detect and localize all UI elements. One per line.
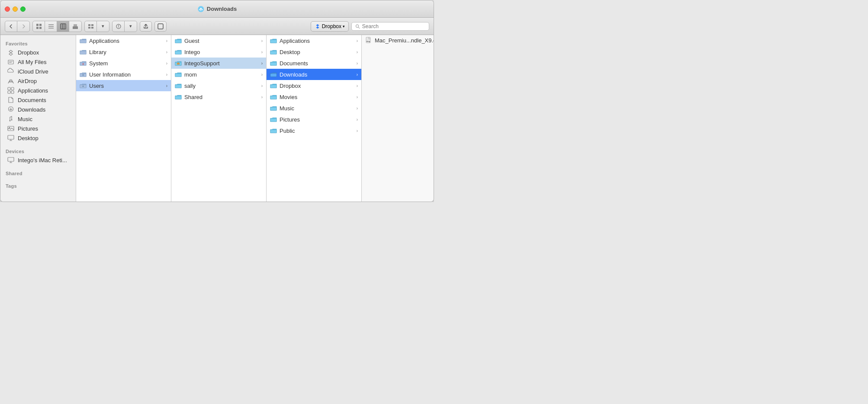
dropbox-chevron: ▾ (343, 24, 345, 29)
col4-dmg-file[interactable]: dmg Mac_Premiu...ndle_X9.dmg (362, 35, 434, 45)
col1-applications-chevron: › (166, 38, 167, 43)
forward-button[interactable] (17, 21, 29, 32)
dropbox-button[interactable]: Dropbox ▾ (311, 21, 349, 32)
sidebar-item-airdrop[interactable]: AirDrop (2, 76, 74, 86)
search-box[interactable] (351, 22, 429, 31)
col1-library[interactable]: Library › (76, 46, 171, 58)
sidebar-item-music[interactable]: Music (2, 114, 74, 124)
window-title: Downloads (197, 6, 237, 13)
col2-intego-chevron: › (261, 50, 263, 55)
col2-guest-chevron: › (261, 38, 263, 43)
col2-sally-label: sally (184, 83, 196, 89)
col3-desktop[interactable]: Desktop › (267, 46, 361, 58)
col2-mom[interactable]: mom › (171, 69, 266, 80)
col3-dropbox[interactable]: Dropbox › (267, 80, 361, 91)
column-view-button[interactable] (57, 21, 69, 32)
icloud-icon (7, 68, 14, 75)
svg-rect-41 (8, 157, 14, 161)
svg-rect-24 (8, 60, 13, 64)
col2-guest[interactable]: Guest › (171, 35, 266, 46)
sidebar-item-imac[interactable]: Intego's iMac Reti... (2, 155, 74, 165)
svg-rect-65 (270, 107, 276, 110)
col1-user-info-chevron: › (166, 72, 167, 77)
dmg-file-icon: dmg (365, 37, 372, 44)
icon-view-button[interactable] (33, 21, 45, 32)
col3-music[interactable]: Music › (267, 103, 361, 114)
col3-movies[interactable]: Movies › (267, 91, 361, 103)
maximize-button[interactable] (20, 6, 26, 12)
close-button[interactable] (5, 6, 10, 12)
col3-folder-movies-icon (270, 94, 277, 100)
svg-rect-31 (11, 91, 14, 93)
sidebar-item-all-my-files[interactable]: All My Files (2, 57, 74, 67)
col3-public-label: Public (280, 128, 295, 134)
col2-shared[interactable]: Shared › (171, 91, 266, 103)
finder-window: Downloads (0, 0, 434, 202)
col2-intego[interactable]: Intego › (171, 46, 266, 58)
svg-rect-38 (8, 135, 14, 139)
col2-mom-chevron: › (261, 72, 263, 77)
arrange-button[interactable] (85, 21, 97, 32)
col2-shared-chevron: › (261, 95, 263, 99)
svg-rect-13 (74, 24, 77, 26)
sidebar-item-documents[interactable]: Documents (2, 95, 74, 105)
view-buttons (32, 21, 82, 32)
svg-rect-14 (88, 24, 90, 26)
list-view-button[interactable] (45, 21, 57, 32)
all-files-icon (7, 58, 14, 65)
arrange-dropdown[interactable]: ▾ (97, 21, 109, 32)
col3-pictures[interactable]: Pictures › (267, 114, 361, 125)
folder-applications-icon (80, 38, 87, 44)
minimize-button[interactable] (13, 6, 18, 12)
col3-applications[interactable]: Applications › (267, 35, 361, 46)
search-input[interactable] (362, 23, 425, 29)
column-2: Guest › Intego › IntegoSuppo (171, 35, 267, 202)
svg-rect-29 (11, 87, 14, 90)
content-area: Favorites Dropbox All My Files iC (0, 35, 434, 202)
shared-header: Shared (0, 168, 76, 177)
svg-point-20 (118, 27, 119, 28)
toolbar: ▾ ▾ Dropbox ▾ (0, 18, 434, 35)
cover-flow-button[interactable] (69, 21, 81, 32)
sidebar-item-icloud[interactable]: iCloud Drive (2, 67, 74, 76)
col1-applications[interactable]: Applications › (76, 35, 171, 46)
svg-line-23 (358, 27, 360, 28)
svg-rect-63 (270, 85, 276, 88)
col3-downloads[interactable]: Downloads › (267, 69, 361, 80)
svg-rect-28 (8, 87, 10, 90)
airdrop-icon (7, 77, 14, 84)
col2-guest-label: Guest (184, 38, 199, 44)
folder-user-info-icon (80, 72, 87, 77)
col1-user-information[interactable]: User Information › (76, 69, 171, 80)
col1-system[interactable]: X System › (76, 58, 171, 69)
sidebar-item-all-my-files-label: All My Files (18, 59, 46, 65)
col3-movies-label: Movies (280, 94, 297, 100)
svg-point-35 (11, 119, 13, 121)
sidebar-item-pictures[interactable]: Pictures (2, 124, 74, 133)
col3-public[interactable]: Public › (267, 125, 361, 136)
sidebar-item-desktop[interactable]: Desktop (2, 133, 74, 143)
col1-users[interactable]: Users › (76, 80, 171, 91)
sidebar-item-documents-label: Documents (18, 97, 46, 103)
col2-integosupport[interactable]: IntegoSupport › (171, 58, 266, 69)
action-button[interactable] (113, 21, 125, 32)
col2-intego-label: Intego (184, 49, 200, 55)
desktop-icon (7, 135, 14, 141)
col2-sally-chevron: › (261, 83, 263, 88)
column-3: Applications › Desktop › Documents › Dow… (267, 35, 362, 202)
share-button[interactable] (140, 21, 152, 32)
action-dropdown[interactable]: ▾ (125, 21, 137, 32)
svg-rect-12 (73, 26, 78, 29)
col2-mom-label: mom (184, 71, 197, 78)
tag-button[interactable] (154, 21, 167, 32)
col2-sally[interactable]: sally › (171, 80, 266, 91)
sidebar-item-dropbox[interactable]: Dropbox (2, 48, 74, 57)
sidebar-item-applications[interactable]: Applications (2, 86, 74, 95)
svg-rect-21 (158, 24, 163, 29)
sidebar-item-pictures-label: Pictures (18, 125, 38, 132)
col3-documents[interactable]: Documents › (267, 58, 361, 69)
column-4: dmg Mac_Premiu...ndle_X9.dmg (362, 35, 434, 202)
svg-rect-56 (175, 74, 181, 77)
back-button[interactable] (5, 21, 17, 32)
sidebar-item-downloads[interactable]: Downloads (2, 105, 74, 114)
